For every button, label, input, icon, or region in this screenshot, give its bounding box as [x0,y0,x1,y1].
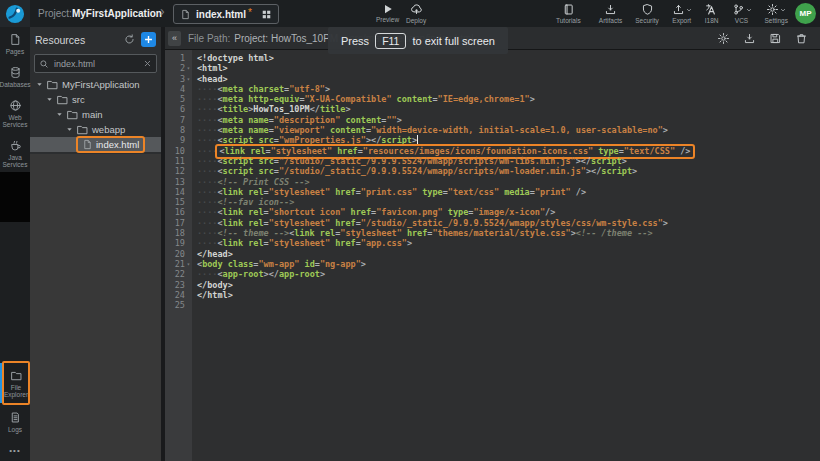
code-line-content: ····<link rel="stylesheet" href="app.css… [192,238,412,248]
tree-node-webapp[interactable]: webapp [30,122,161,137]
close-icon[interactable] [143,59,152,68]
code-line-17[interactable]: 17····<link rel="stylesheet" href="/stud… [165,218,820,228]
gear-icon[interactable] [717,32,730,45]
sidebar-item-file-explorer[interactable]: File Explorer [2,361,30,405]
i18n-button[interactable]: I18N [705,3,719,24]
trash-icon[interactable] [795,32,808,45]
chevron-down-icon [780,7,786,13]
caret-down-icon[interactable] [46,96,53,103]
search-input[interactable] [52,58,140,70]
collapse-panel-button[interactable]: « [168,31,181,46]
settings-label: Settings [765,17,789,24]
artifacts-label: Artifacts [599,17,622,24]
code-line-13[interactable]: 13····<!-- Print CSS --> [165,177,820,187]
export-button[interactable]: Export [672,3,692,24]
page-icon [9,33,22,46]
fold-gutter [185,94,192,104]
fold-marker-icon[interactable]: ▾ [185,259,192,269]
project-breadcrumb[interactable]: Project:MyFirstApplication [38,0,162,27]
code-line-8[interactable]: 8····<meta name="viewport" content="widt… [165,125,820,135]
code-line-20[interactable]: 20</head> [165,249,820,259]
sidebar-item-label: File Explorer [4,384,28,398]
code-line-16[interactable]: 16····<link rel="shortcut icon" href="fa… [165,207,820,217]
sidebar-more-dots[interactable]: ••• [9,446,20,455]
code-line-4[interactable]: 4····<meta charset="utf-8"> [165,84,820,94]
code-line-2[interactable]: 2▾<html> [165,63,820,73]
code-line-25[interactable]: 25 [165,300,820,310]
code-line-24[interactable]: 24</html> [165,290,820,300]
download-tray-icon[interactable] [743,32,756,45]
code-line-10[interactable]: 10····<link rel="stylesheet" href="resou… [165,146,820,156]
artifacts-button[interactable]: Artifacts [599,3,622,24]
grid-icon[interactable] [261,9,272,20]
caret-down-icon[interactable] [66,126,73,133]
code-line-6[interactable]: 6····<title>HowTos_10PM</title> [165,104,820,114]
fold-gutter [185,280,192,290]
tutorials-button[interactable]: Tutorials [556,3,581,24]
settings-button[interactable]: Settings [765,3,789,24]
wavemaker-logo-icon [5,4,25,24]
tree-node-label: index.html [96,139,139,150]
fold-marker-icon[interactable]: ▾ [185,74,192,84]
folder-icon [10,369,23,382]
avatar[interactable]: MP [795,3,816,24]
sidebar-item-logs[interactable]: Logs [0,405,30,438]
fold-marker-icon[interactable]: ▾ [185,63,192,73]
fold-gutter [185,166,192,176]
line-number: 7 [165,115,185,125]
security-button[interactable]: Security [635,3,658,24]
tree-node-index-html[interactable]: index.html [30,137,161,152]
line-number: 5 [165,94,185,104]
tree-node-myfirstapplication[interactable]: MyFirstApplication [30,77,161,92]
sidebar-item-web-services[interactable]: Web Services [0,93,30,133]
resource-search-box [34,54,157,73]
sidebar-item-databases[interactable]: Databases [0,60,30,93]
line-number: 6 [165,104,185,114]
code-line-18[interactable]: 18····<!-- theme --><link rel="styleshee… [165,228,820,238]
preview-button[interactable]: Preview [376,3,399,23]
code-line-14[interactable]: 14····<link rel="stylesheet" href="print… [165,187,820,197]
fold-gutter [185,197,192,207]
download-tray-icon [604,3,617,16]
caret-down-icon[interactable] [36,81,43,88]
code-line-12[interactable]: 12····<script src="/studio/_static_/9.9.… [165,166,820,176]
tutorials-label: Tutorials [556,17,581,24]
fold-gutter [185,53,192,63]
code-line-11[interactable]: 11····<script src="/studio/_static_/9.9.… [165,156,820,166]
code-line-15[interactable]: 15····<!--fav icon--> [165,197,820,207]
code-line-3[interactable]: 3▾<head> [165,74,820,84]
code-line-19[interactable]: 19····<link rel="stylesheet" href="app.c… [165,238,820,248]
wavemaker-logo[interactable] [0,0,30,27]
sidebar-item-java-services[interactable]: Java Services [0,133,30,173]
chevron-down-icon [746,7,752,13]
code-line-5[interactable]: 5····<meta http-equiv="X-UA-Compatible" … [165,94,820,104]
line-number: 25 [165,300,185,310]
code-line-22[interactable]: 22····<app-root></app-root> [165,269,820,279]
save-icon[interactable] [769,32,782,45]
line-number: 17 [165,218,185,228]
deploy-button[interactable]: Deploy [406,3,426,24]
fold-gutter [185,207,192,217]
file-icon [180,9,191,20]
add-resource-button[interactable] [141,32,156,47]
log-icon [9,411,22,424]
code-line-21[interactable]: 21▾<body class="wm-app" id="ng-app"> [165,259,820,269]
refresh-icon[interactable] [123,33,136,46]
database-icon [9,66,22,79]
code-line-1[interactable]: 1<!doctype html> [165,53,820,63]
search-icon [39,59,49,69]
tab-index-html[interactable]: index.html * [173,4,279,24]
fold-gutter [185,218,192,228]
line-number: 3 [165,74,185,84]
fold-gutter [185,84,192,94]
code-line-content: ····<link rel="stylesheet" href="resourc… [192,146,695,156]
line-number: 4 [165,84,185,94]
code-line-content [192,300,197,310]
code-line-7[interactable]: 7····<meta name="description" content=""… [165,115,820,125]
sidebar-item-pages[interactable]: Pages [0,27,30,60]
tree-node-main[interactable]: main [30,107,161,122]
code-line-23[interactable]: 23</body> [165,280,820,290]
caret-down-icon[interactable] [56,111,63,118]
vcs-button[interactable]: VCS [732,3,752,24]
tree-node-src[interactable]: src [30,92,161,107]
